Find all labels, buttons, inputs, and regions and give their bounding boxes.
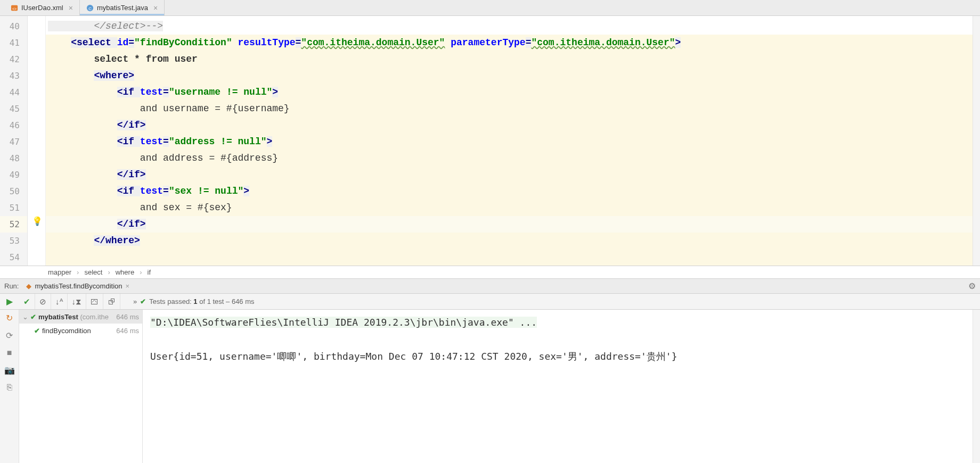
run-toolbar: ▶ ✔ ⊘ ↓ᴬ ↓⧗ ⮹ ⮺ » ✔ Tests passed: 1 of 1…: [0, 294, 980, 310]
toggle-pass-icon[interactable]: ✔: [19, 294, 35, 309]
run-body: ↻ ⟳ ■ 📷 ⎘ ⌄ ✔ mybatisTest (com.ithe 646 …: [0, 310, 980, 463]
close-icon[interactable]: ×: [153, 4, 158, 12]
code-text: </select>-->: [48, 21, 163, 31]
breadcrumb-item[interactable]: select: [84, 268, 102, 276]
check-icon: ✔: [30, 313, 36, 321]
fold-column: 💡: [28, 16, 46, 266]
xml-file-icon: <>: [11, 4, 18, 12]
rerun-failed-icon[interactable]: ↻: [6, 313, 13, 323]
code-area[interactable]: </select>--> <select id="findByCondition…: [46, 16, 973, 266]
check-icon: ✔: [34, 327, 40, 335]
breadcrumb-item[interactable]: where: [116, 268, 134, 276]
test-icon: ◆: [26, 282, 31, 290]
tab-label: mybatisTest.java: [97, 4, 148, 12]
collapse-all-icon[interactable]: ⮺: [103, 294, 120, 309]
close-icon[interactable]: ×: [125, 282, 129, 290]
code-text: and address = #{address}: [48, 153, 278, 163]
code-text: select * from user: [48, 54, 198, 64]
test-status: » ✔ Tests passed: 1 of 1 test – 646 ms: [120, 297, 255, 305]
tab-iuserdao-xml[interactable]: <> IUserDao.xml ×: [4, 0, 80, 15]
code-text: and username = #{username}: [48, 103, 290, 114]
close-icon[interactable]: ×: [69, 4, 73, 12]
run-side-toolbar: ↻ ⟳ ■ 📷 ⎘: [0, 310, 19, 463]
run-config-tab[interactable]: ◆ mybatisTest.findBycomdition ×: [23, 281, 133, 291]
tab-mybatistest-java[interactable]: C mybatisTest.java ×: [80, 0, 165, 15]
line-number-gutter: 404142434445464748495051525354: [0, 16, 28, 266]
exit-icon[interactable]: ⎘: [7, 383, 12, 392]
svg-text:C: C: [88, 6, 92, 11]
breadcrumb: mapper› select› where› if: [0, 266, 980, 279]
sort-duration-icon[interactable]: ↓⧗: [68, 294, 87, 309]
run-tab-label: mybatisTest.findBycomdition: [35, 282, 122, 290]
console-output[interactable]: "D:\IDEA\SoftwareFlies\IntelliJ IDEA 201…: [143, 310, 973, 463]
run-label: Run:: [4, 282, 19, 290]
sort-alpha-icon[interactable]: ↓ᴬ: [51, 294, 68, 309]
toggle-ignored-icon[interactable]: ⊘: [35, 294, 51, 309]
java-class-icon: C: [86, 4, 94, 12]
run-icon[interactable]: ▶: [6, 296, 13, 307]
camera-icon[interactable]: 📷: [4, 365, 15, 375]
console-scrollbar[interactable]: [973, 310, 980, 463]
console-command: "D:\IDEA\SoftwareFlies\IntelliJ IDEA 201…: [150, 317, 537, 328]
expand-all-icon[interactable]: ⮹: [86, 294, 103, 309]
tab-label: IUserDao.xml: [21, 4, 63, 12]
breadcrumb-item[interactable]: if: [148, 268, 151, 276]
breadcrumb-item[interactable]: mapper: [48, 268, 71, 276]
editor-tabs: <> IUserDao.xml × C mybatisTest.java ×: [0, 0, 980, 16]
code-text: [46, 249, 973, 266]
bulb-icon[interactable]: 💡: [32, 216, 43, 226]
code-text: and sex = #{sex}: [48, 202, 232, 213]
test-tree[interactable]: ⌄ ✔ mybatisTest (com.ithe 646 ms ✔ findB…: [19, 310, 143, 463]
toggle-auto-icon[interactable]: ⟳: [6, 330, 13, 341]
tree-child[interactable]: ✔ findBycomdition 646 ms: [19, 324, 142, 337]
tree-root[interactable]: ⌄ ✔ mybatisTest (com.ithe 646 ms: [19, 310, 142, 324]
svg-text:<>: <>: [12, 6, 17, 10]
run-tool-window-header: Run: ◆ mybatisTest.findBycomdition × ⚙: [0, 279, 980, 294]
check-icon: ✔: [140, 297, 146, 305]
stop-icon[interactable]: ■: [7, 348, 12, 358]
console-line: User{id=51, username='唧唧', birthday=Mon …: [150, 348, 965, 365]
gear-icon[interactable]: ⚙: [968, 281, 976, 291]
code-editor: 404142434445464748495051525354 💡 </selec…: [0, 16, 980, 266]
editor-scrollbar[interactable]: [973, 16, 980, 266]
